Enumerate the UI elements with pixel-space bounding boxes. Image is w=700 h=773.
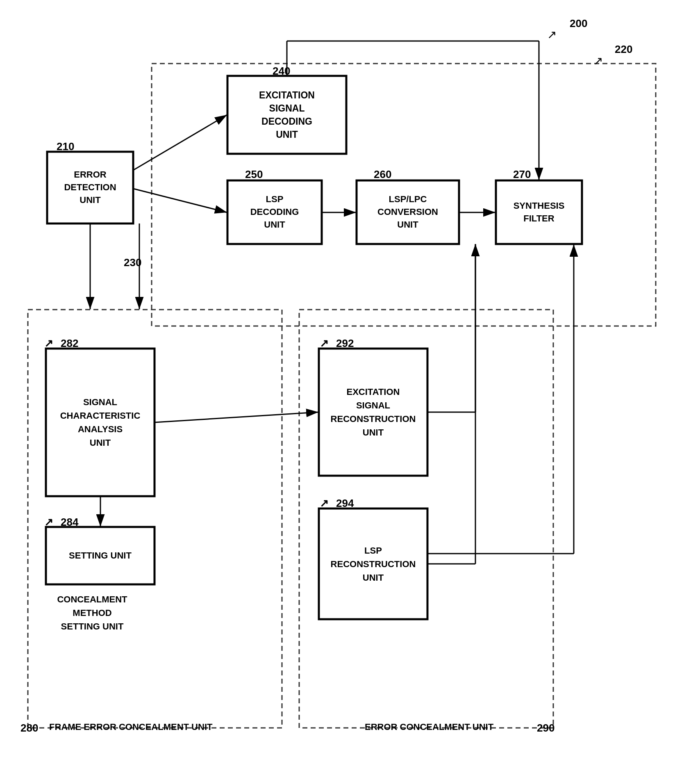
label-294: 294 bbox=[336, 497, 354, 510]
box-282: SIGNALCHARACTERISTICANALYSISUNIT bbox=[46, 349, 155, 496]
arrow-294: ↗ bbox=[320, 497, 329, 510]
box-284: SETTING UNIT bbox=[46, 527, 155, 584]
box-294: LSPRECONSTRUCTIONUNIT bbox=[319, 508, 427, 619]
arrow-292: ↗ bbox=[320, 337, 329, 350]
label-220: 220 bbox=[615, 43, 632, 56]
label-230: 230 bbox=[124, 256, 141, 269]
label-200: 200 bbox=[570, 17, 587, 30]
box-260: LSP/LPCCONVERSIONUNIT bbox=[357, 180, 459, 244]
arrow-200: ↗ bbox=[547, 28, 557, 41]
label-292: 292 bbox=[336, 337, 354, 350]
svg-line-22 bbox=[155, 412, 318, 422]
svg-line-15 bbox=[133, 189, 227, 212]
label-282: 282 bbox=[61, 337, 78, 350]
box-270: SYNTHESISFILTER bbox=[496, 180, 582, 244]
label-290: 290 bbox=[537, 722, 555, 734]
label-concealment-method: CONCEALMENTMETHODSETTING UNIT bbox=[29, 593, 156, 633]
label-error-concealment: ERROR CONCEALMENT UNIT bbox=[365, 722, 493, 732]
svg-line-14 bbox=[133, 115, 227, 170]
box-240: EXCITATIONSIGNALDECODINGUNIT bbox=[227, 76, 346, 154]
label-210: 210 bbox=[57, 140, 74, 153]
label-250: 250 bbox=[245, 168, 263, 181]
arrow-282: ↗ bbox=[44, 337, 53, 350]
box-250: LSPDECODINGUNIT bbox=[227, 180, 322, 244]
box-210: ERRORDETECTIONUNIT bbox=[47, 152, 133, 223]
diagram-container: 200 ↗ 220 ↗ 240 EXCITATIONSIGNALDECODING… bbox=[0, 0, 700, 773]
label-280: 280 bbox=[20, 722, 38, 734]
label-260: 260 bbox=[374, 168, 391, 181]
label-frame-error: FRAME ERROR CONCEALMENT UNIT bbox=[49, 722, 212, 732]
label-270: 270 bbox=[513, 168, 531, 181]
arrow-220: ↗ bbox=[593, 54, 603, 68]
box-292: EXCITATIONSIGNALRECONSTRUCTIONUNIT bbox=[319, 349, 427, 476]
